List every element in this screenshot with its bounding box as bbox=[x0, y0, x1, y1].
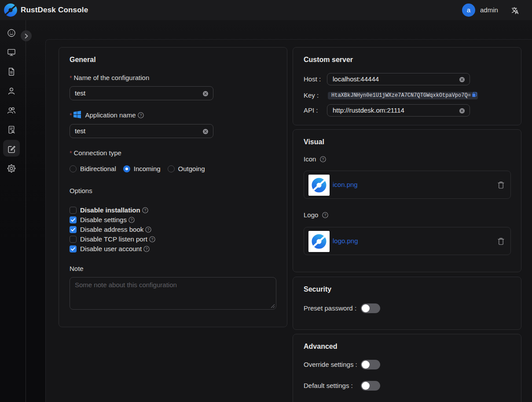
svg-text:?: ? bbox=[146, 247, 148, 251]
svg-text:?: ? bbox=[322, 157, 324, 161]
svg-text:?: ? bbox=[151, 237, 154, 241]
svg-text:?: ? bbox=[324, 213, 326, 217]
svg-text:?: ? bbox=[139, 113, 142, 117]
svg-text:?: ? bbox=[147, 227, 150, 232]
svg-text:?: ? bbox=[144, 208, 146, 212]
svg-text:?: ? bbox=[131, 218, 133, 222]
